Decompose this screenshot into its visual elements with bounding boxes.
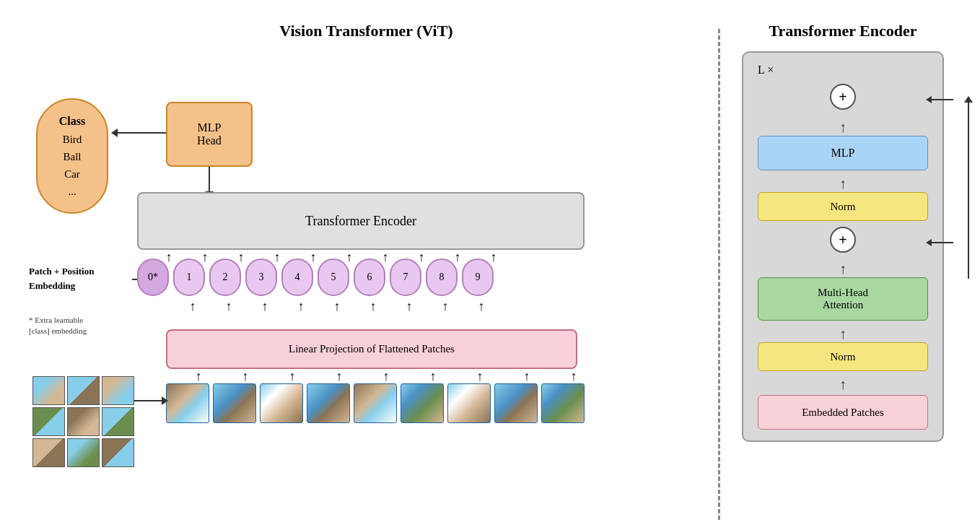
enc-arrow-5: ↑ [758,377,928,391]
src-patch-7 [32,438,65,467]
patch-img-4 [307,383,350,423]
enc-mha-label: Multi-HeadAttention [818,287,868,311]
enc-embedded-block: Embedded Patches [758,395,928,430]
source-image-grid [32,376,134,467]
class-item-more: ... [68,183,76,200]
tokens-row: 0* 1 2 3 4 5 6 7 8 9 [137,259,494,296]
enc-norm2-label: Norm [831,351,856,363]
plus-circle-top: + [830,84,856,110]
enc-mha-block: Multi-HeadAttention [758,277,928,321]
arrow-mlp-to-class [117,132,166,134]
src-patch-9 [102,438,134,467]
linear-to-token-arrows: ↑ ↑ ↑ ↑ ↑ ↑ ↑ ↑ ↑ [177,299,497,314]
enc-mlp-label: MLP [831,147,855,160]
token-2: 2 [209,259,241,296]
enc-norm1-label: Norm [831,201,856,213]
linear-proj-box: Linear Projection of Flattened Patches [166,329,577,369]
l-times-label: L × [758,64,928,77]
transformer-encoder-box: Transformer Encoder [137,192,585,250]
vit-content: Class Bird Ball Car ... MLPHead Transfor… [22,55,711,503]
class-label: Class [59,112,85,131]
encoder-section: Transformer Encoder L × + ↑ MLP ↑ Norm [727,14,958,516]
mlp-head-box: MLPHead [166,102,253,167]
patch-img-8 [494,383,538,423]
patch-img-1 [166,383,209,423]
class-item-ball: Ball [64,148,82,165]
src-patch-3 [102,376,134,405]
encoder-title: Transformer Encoder [769,22,916,40]
token-0: 0* [137,259,169,296]
patch-img-2 [213,383,256,423]
main-container: Vision Transformer (ViT) Class Bird Ball… [0,0,980,530]
enc-arrow-1: ↑ [758,120,928,134]
right-side-connector [968,102,969,279]
class-item-bird: Bird [63,131,82,148]
patch-img-3 [260,383,303,423]
token-3: 3 [245,259,277,296]
arrow-mlphead-down [209,167,210,192]
src-patch-1 [32,376,65,405]
class-bubble: Class Bird Ball Car ... [36,98,108,214]
image-patches-row [166,383,585,423]
transformer-encoder-label: Transformer Encoder [305,214,416,229]
enc-norm-block-2: Norm [758,342,928,371]
vit-section: Vision Transformer (ViT) Class Bird Ball… [22,14,711,516]
plus-circle-bottom: + [830,227,856,253]
patches-up-arrows: ↑ ↑ ↑ ↑ ↑ ↑ ↑ ↑ ↑ [177,369,595,384]
enc-norm-block-1: Norm [758,192,928,221]
enc-arrow-2: ↑ [758,176,928,191]
token-1: 1 [173,259,205,296]
src-patch-6 [102,407,134,436]
enc-arrow-4: ↑ [758,326,928,341]
patch-img-7 [447,383,491,423]
encoder-box: L × + ↑ MLP ↑ Norm + [742,51,944,442]
class-item-car: Car [64,165,80,183]
src-patch-4 [32,407,65,436]
arrow-source-to-patches [134,400,162,401]
src-patch-5 [67,407,100,436]
token-7: 7 [390,259,421,296]
patch-pos-label: Patch + PositionEmbedding [29,264,130,292]
token-5: 5 [318,259,349,296]
patch-img-9 [541,383,585,423]
src-patch-8 [67,438,100,467]
patch-pos-note: * Extra learnable[class] embedding [29,315,134,337]
token-6: 6 [354,259,385,296]
token-8: 8 [426,259,458,296]
patch-img-5 [354,383,397,423]
linear-proj-label: Linear Projection of Flattened Patches [289,343,455,355]
token-4: 4 [281,259,313,296]
vit-title: Vision Transformer (ViT) [279,22,452,40]
patch-img-6 [401,383,444,423]
enc-mlp-block: MLP [758,136,928,170]
src-patch-2 [67,376,100,405]
enc-arrow-3: ↑ [758,261,928,276]
divider [718,29,720,520]
enc-embedded-label: Embedded Patches [802,407,884,419]
token-9: 9 [462,259,494,296]
mlp-head-label: MLPHead [197,121,222,147]
